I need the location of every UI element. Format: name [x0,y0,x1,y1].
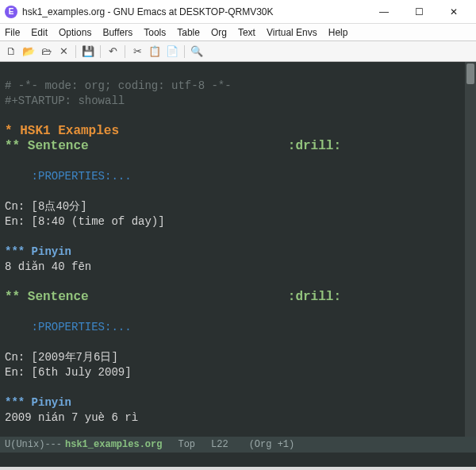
heading-1: * HSK1 Examples [5,124,119,138]
coding-indicator: U(Unix)--- [5,439,62,450]
cn-line: Cn: [8点40分] [5,200,87,213]
menu-text[interactable]: Text [238,27,255,38]
text-buffer[interactable]: # -*- mode: org; coding: utf-8 -*- #+STA… [0,62,465,437]
open-file-icon[interactable]: 📂 [21,44,36,60]
tool-bar: 🗋 📂 🗁 ✕ 💾 ↶ ✂ 📋 📄 🔍 [0,41,476,62]
line-indicator: L22 [211,439,228,450]
properties-drawer: :PROPERTIES:... [5,321,132,333]
toolbar-separator [100,45,101,58]
modeline-comment: # -*- mode: org; coding: utf-8 -*- [5,79,232,92]
menu-help[interactable]: Help [328,27,348,38]
toolbar-separator [125,45,125,58]
menu-edit[interactable]: Edit [31,27,48,38]
en-line: En: [8:40 (time of day)] [5,215,165,228]
heading-3: *** Pinyin [5,396,71,409]
vertical-scrollbar[interactable] [465,62,476,437]
window-titlebar: E hsk1_examples.org - GNU Emacs at DESKT… [0,0,476,24]
mode-line[interactable]: U(Unix)--- hsk1_examples.org Top L22 (Or… [0,437,476,453]
position-indicator: Top [178,439,195,450]
search-icon[interactable]: 🔍 [189,44,205,60]
menu-bar: File Edit Options Buffers Tools Table Or… [0,24,476,41]
window-bottom-border [0,467,476,470]
cn-line: Cn: [2009年7月6日] [5,351,118,364]
menu-virtual-envs[interactable]: Virtual Envs [267,27,317,38]
window-controls: — ☐ ✕ [367,1,471,23]
new-file-icon[interactable]: 🗋 [3,44,19,60]
heading-2: ** Sentence [5,290,89,305]
startup-directive: #+STARTUP: showall [5,94,125,107]
buffer-name: hsk1_examples.org [65,439,162,450]
pinyin-line: 8 diǎn 40 fēn [5,260,91,273]
window-title: hsk1_examples.org - GNU Emacs at DESKTOP… [22,6,367,17]
en-line: En: [6th July 2009] [5,366,132,379]
save-icon[interactable]: 💾 [80,44,96,60]
drill-tag: :drill: [288,139,341,154]
menu-file[interactable]: File [5,27,20,38]
toolbar-separator [184,45,185,58]
undo-icon[interactable]: ↶ [105,44,121,60]
menu-org[interactable]: Org [211,27,227,38]
menu-table[interactable]: Table [177,27,200,38]
mode-indicator: (Org +1) [249,439,295,450]
emacs-app-icon: E [5,6,17,18]
menu-buffers[interactable]: Buffers [102,27,132,38]
heading-2: ** Sentence [5,139,89,154]
toolbar-separator [75,45,76,58]
copy-icon[interactable]: 📋 [147,44,163,60]
kill-buffer-icon[interactable]: ✕ [56,44,71,60]
paste-icon[interactable]: 📄 [164,44,180,60]
close-window-button[interactable]: ✕ [436,1,471,23]
cut-icon[interactable]: ✂ [129,44,145,60]
menu-options[interactable]: Options [59,27,91,38]
editor-area: # -*- mode: org; coding: utf-8 -*- #+STA… [0,62,476,437]
dired-icon[interactable]: 🗁 [38,44,54,60]
properties-drawer: :PROPERTIES:... [5,170,132,183]
menu-tools[interactable]: Tools [144,27,166,38]
pinyin-line: 2009 nián 7 yuè 6 rì [5,411,138,424]
drill-tag: :drill: [288,290,341,305]
minibuffer[interactable] [0,453,476,467]
scroll-thumb[interactable] [466,64,474,84]
minimize-button[interactable]: — [367,1,401,23]
maximize-button[interactable]: ☐ [401,1,436,23]
heading-3: *** Pinyin [5,245,71,258]
